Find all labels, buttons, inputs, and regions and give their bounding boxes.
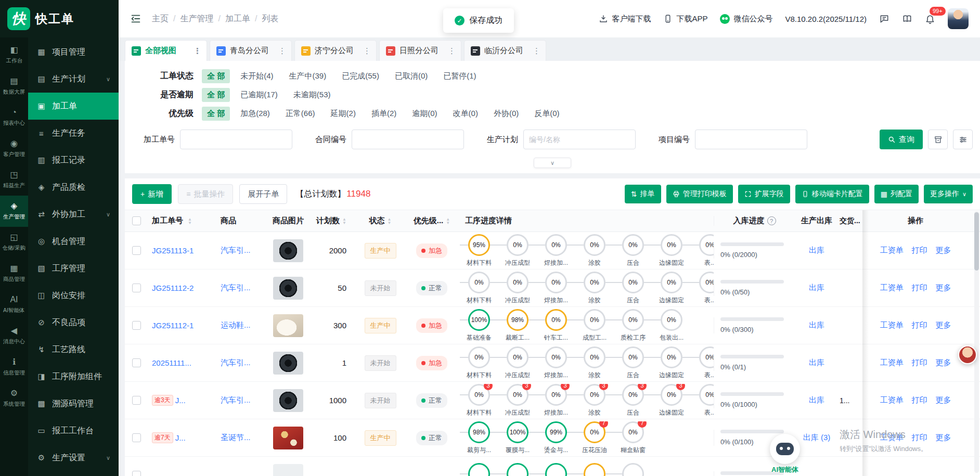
view-tab[interactable]: 济宁分公司 ⋮ (294, 40, 377, 61)
row-action-link[interactable]: 更多 (936, 246, 951, 255)
row-action-link[interactable]: 打印 (912, 283, 927, 293)
row-action-link[interactable]: 更多 (936, 395, 951, 405)
rail-module-item[interactable]: ◳ 精益生产 (0, 164, 28, 196)
query-button[interactable]: 查询 (880, 130, 923, 149)
rail-module-item[interactable]: ▦ 商品管理 (0, 258, 28, 289)
row-action-link[interactable]: 打印 (912, 358, 927, 368)
row-checkbox[interactable] (132, 321, 141, 330)
rail-module-item[interactable]: ◀ 消息中心 (0, 320, 28, 352)
product-link[interactable]: 汽车引... (221, 358, 251, 368)
row-action-link[interactable]: 更多 (936, 358, 951, 368)
row-action-link[interactable]: 工资单 (880, 283, 904, 293)
sort-control[interactable]: ▲▼ (388, 217, 392, 225)
rail-module-item[interactable]: ◧ 工作台 (0, 40, 28, 71)
product-image[interactable] (273, 239, 303, 262)
row-action-link[interactable]: 工资单 (880, 246, 904, 255)
sidebar-menu-item[interactable]: ▥ 报工记录 ∨ (28, 147, 119, 174)
outbound-link[interactable]: 出库 (809, 358, 824, 368)
breadcrumb-item[interactable]: 加工单 (225, 14, 257, 24)
support-chat-icon[interactable] (879, 14, 889, 24)
tab-menu-icon[interactable]: ⋮ (189, 46, 201, 56)
filter-option[interactable]: 逾期(0) (407, 107, 442, 121)
search-field-input[interactable] (352, 130, 464, 149)
print-template-button[interactable]: 管理打印模板 (666, 185, 733, 203)
filter-option[interactable]: 已完成(55) (337, 69, 384, 83)
filter-option[interactable]: 改单(0) (448, 107, 483, 121)
order-no-link[interactable]: JG251112-2 (152, 284, 194, 292)
sidebar-menu-item[interactable]: ▤ 生产计划 ∨ (28, 66, 119, 93)
outbound-link[interactable]: 出库 (809, 320, 824, 330)
sidebar-menu-item[interactable]: ▣ 加工单 ∨ (28, 93, 119, 120)
row-action-link[interactable]: 打印 (912, 320, 927, 330)
rail-module-item[interactable]: ◱ 仓储/采购 (0, 227, 28, 258)
product-link[interactable]: 汽车引... (221, 246, 251, 255)
sidebar-menu-item[interactable]: ▧ 工序管理 ∨ (28, 255, 119, 282)
sidebar-menu-item[interactable]: ◈ 产品质检 ∨ (28, 174, 119, 201)
more-actions-button[interactable]: 更多操作∨ (924, 185, 973, 203)
user-avatar[interactable] (948, 8, 969, 29)
rail-module-item[interactable]: AI AI智能体 (0, 289, 28, 320)
collapse-sidebar-icon[interactable] (130, 13, 141, 24)
sort-orders-button[interactable]: ⇅排单 (625, 185, 661, 203)
view-tab[interactable]: 全部视图 ⋮ (125, 40, 207, 61)
row-action-link[interactable]: 打印 (912, 433, 927, 443)
product-link[interactable]: 圣诞节... (221, 433, 251, 443)
sidebar-menu-item[interactable]: ◨ 工序附加组件 ∨ (28, 363, 119, 390)
sidebar-menu-item[interactable]: ⇄ 外协加工 ∨ (28, 201, 119, 228)
extended-fields-button[interactable]: 扩展字段 (738, 185, 790, 203)
tab-menu-icon[interactable]: ⋮ (274, 46, 286, 56)
row-action-link[interactable]: 工资单 (880, 395, 904, 405)
batch-actions-button[interactable]: ≡批量操作 (178, 184, 233, 204)
row-checkbox[interactable] (132, 358, 141, 367)
select-all-checkbox[interactable] (132, 216, 141, 225)
outbound-link[interactable]: 出库 (3) (803, 433, 831, 443)
breadcrumb-item[interactable]: 生产管理 (180, 14, 220, 24)
sidebar-menu-item[interactable]: ▦ 项目管理 ∨ (28, 38, 119, 66)
filter-option[interactable]: 外协(0) (488, 107, 524, 121)
sort-control[interactable]: ▲▼ (446, 217, 450, 225)
filter-settings-button[interactable] (953, 130, 973, 149)
product-link[interactable]: 汽车引... (221, 283, 251, 293)
row-action-link[interactable]: 更多 (936, 433, 951, 443)
order-no-link[interactable]: J... (175, 433, 186, 442)
inbound-help-icon[interactable]: ? (767, 216, 776, 225)
filter-option[interactable]: 已逾期(17) (235, 88, 283, 102)
search-field-input[interactable] (523, 130, 636, 149)
row-action-link[interactable]: 工资单 (880, 358, 904, 368)
breadcrumb-item[interactable]: 列表 (262, 14, 278, 24)
product-image[interactable] (273, 427, 303, 449)
filter-option[interactable]: 已取消(0) (390, 69, 433, 83)
sidebar-menu-item[interactable]: ↯ 工艺路线 ∨ (28, 336, 119, 363)
sidebar-menu-item[interactable]: ◫ 岗位安排 ∨ (28, 282, 119, 309)
filter-option[interactable]: 反单(0) (529, 107, 564, 121)
row-action-link[interactable]: 工资单 (880, 433, 904, 443)
product-link[interactable]: 汽车引... (221, 395, 251, 405)
order-no-link[interactable]: 20251111... (152, 358, 191, 367)
product-image[interactable] (273, 352, 303, 375)
order-no-link[interactable]: JG251113-1 (152, 246, 194, 255)
row-action-link[interactable]: 工资单 (880, 320, 904, 330)
filter-option[interactable]: 正常(66) (280, 107, 320, 121)
collapse-filters-button[interactable]: ∨ (534, 158, 571, 168)
row-action-link[interactable]: 更多 (936, 283, 951, 293)
row-action-link[interactable]: 打印 (912, 395, 927, 405)
notifications-bell-icon[interactable]: 99+ (925, 14, 935, 24)
filter-option[interactable]: 全 部 (202, 88, 230, 102)
row-action-link[interactable]: 更多 (936, 320, 951, 330)
rail-module-item[interactable]: ◉ 客户管理 (0, 133, 28, 164)
sidebar-menu-item[interactable]: ⊘ 不良品项 ∨ (28, 309, 119, 336)
order-no-link[interactable]: JG251112-1 (152, 321, 194, 330)
floating-contact-avatar[interactable] (958, 345, 977, 364)
rail-module-item[interactable]: ▤ 数据大屏 (0, 71, 28, 102)
row-checkbox[interactable] (132, 284, 141, 292)
filter-option[interactable]: 全 部 (202, 107, 230, 121)
table-scrollbar[interactable] (974, 211, 979, 473)
filter-option[interactable]: 延期(2) (326, 107, 361, 121)
sidebar-menu-item[interactable]: ▭ 报工工作台 ∨ (28, 417, 119, 444)
mobile-card-config-button[interactable]: 移动端卡片配置 (795, 185, 869, 203)
sidebar-menu-item[interactable]: ≡ 生产任务 ∨ (28, 120, 119, 147)
outbound-link[interactable]: 出库 (809, 283, 824, 293)
row-checkbox[interactable] (132, 433, 141, 442)
product-image[interactable] (273, 464, 303, 476)
rail-module-item[interactable]: ◔ 报表中心 (0, 102, 28, 133)
